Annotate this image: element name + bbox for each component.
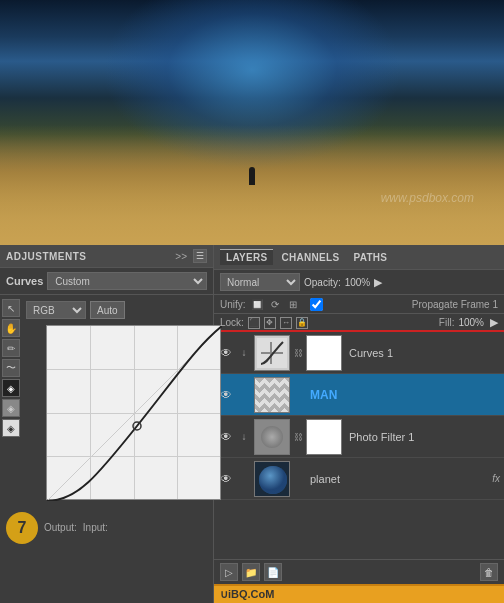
curves-thumb-icon: [257, 338, 287, 368]
tool-btn-pointer[interactable]: ↖: [2, 299, 20, 317]
chain-icon-photofilter: ⛓: [293, 429, 303, 445]
layers-toolbar: ▷ 📁 📄 🗑: [214, 559, 504, 584]
adj-icon-btn-1[interactable]: ☰: [193, 249, 207, 263]
layer-thumb-photofilter: [254, 419, 290, 455]
circle-7: 7: [6, 512, 38, 544]
layer-link-planet: [237, 472, 251, 486]
propagate-label: Propagate Frame 1: [412, 299, 498, 310]
layers-toolbar-new-group[interactable]: 📁: [242, 563, 260, 581]
curves-svg: [47, 326, 222, 501]
chain-icon-planet: [293, 471, 303, 487]
layer-row-curves1[interactable]: 👁 ↓ ⛓ Curves 1: [214, 332, 504, 374]
chain-icon-man: [293, 387, 303, 403]
curves-label: Curves: [6, 275, 43, 287]
channel-select[interactable]: RGB: [26, 301, 86, 319]
uibq-text: ∪iBQ.CoM: [220, 588, 274, 601]
lock-icon-1[interactable]: ⬛: [248, 317, 260, 329]
layer-row-planet[interactable]: 👁 planet fx: [214, 458, 504, 500]
tool-btn-smooth[interactable]: 〜: [2, 359, 20, 377]
input-label: Input:: [83, 522, 108, 533]
bottom-bar: ∪iBQ.CoM: [214, 584, 504, 603]
fill-label: Fill:: [439, 317, 455, 328]
unify-icon-2[interactable]: ⟳: [268, 297, 282, 311]
layer-name-photofilter: Photo Filter 1: [345, 431, 500, 443]
curves-canvas-wrap: [22, 323, 223, 502]
tool-btn-eyedropper-black[interactable]: ◈: [2, 379, 20, 397]
lock-row: Lock: ⬛ ✥ ↔ 🔒 Fill: 100% ▶: [214, 314, 504, 332]
lock-label: Lock:: [220, 317, 244, 328]
lock-icon-4[interactable]: 🔒: [296, 317, 308, 329]
propagate-checkbox[interactable]: [310, 298, 323, 311]
fill-arrow-icon[interactable]: ▶: [490, 316, 498, 329]
tool-btn-eyedropper-gray[interactable]: ◈: [2, 399, 20, 417]
layer-thumb-man: [254, 377, 290, 413]
adjustments-header: ADJUSTMENTS >> ☰: [0, 245, 213, 268]
tool-buttons: ↖ ✋ ✏ 〜 ◈ ◈ ◈: [2, 299, 20, 437]
opacity-arrow-icon[interactable]: ▶: [374, 276, 382, 289]
layer-fx-planet: fx: [492, 473, 500, 484]
layers-toolbar-new-layer[interactable]: 📄: [264, 563, 282, 581]
output-label: Output:: [44, 522, 77, 533]
ground-overlay: [0, 125, 504, 245]
unify-icon-1[interactable]: 🔲: [250, 297, 264, 311]
channel-row: RGB Auto: [22, 299, 223, 321]
layer-thumb-curves1: [254, 335, 290, 371]
layers-toolbar-delete[interactable]: 🗑: [480, 563, 498, 581]
watermark: www.psdbox.com: [381, 191, 474, 205]
unify-label: Unify:: [220, 299, 246, 310]
layer-thumb-planet: [254, 461, 290, 497]
lock-icon-3[interactable]: ↔: [280, 317, 292, 329]
layer-name-planet: planet: [306, 473, 489, 485]
lock-icon-2[interactable]: ✥: [264, 317, 276, 329]
planet-thumb-svg: [255, 462, 290, 497]
layer-row-photofilter[interactable]: 👁 ↓ ⛓ Photo Filter 1: [214, 416, 504, 458]
adjustments-controls: >> ☰: [172, 249, 207, 263]
curves-preset-select[interactable]: Custom: [47, 272, 207, 290]
layers-header: LAYERS CHANNELS PATHS: [214, 245, 504, 270]
layer-link-photofilter: ↓: [237, 430, 251, 444]
svg-point-7: [259, 466, 287, 494]
layer-name-curves1: Curves 1: [345, 347, 500, 359]
layer-mask-curves1: [306, 335, 342, 371]
layer-row-man[interactable]: 👁 MAN: [214, 374, 504, 416]
blend-mode-select[interactable]: Normal: [220, 273, 300, 291]
layer-link-man: [237, 388, 251, 402]
unify-icon-3[interactable]: ⊞: [286, 297, 300, 311]
blend-mode-row: Normal Opacity: 100% ▶: [214, 270, 504, 295]
figure: [249, 167, 255, 185]
layer-mask-photofilter: [306, 419, 342, 455]
tool-btn-pencil[interactable]: ✏: [2, 339, 20, 357]
curves-tools: ↖ ✋ ✏ 〜 ◈ ◈ ◈ RGB Auto: [0, 295, 213, 506]
layers-panel: LAYERS CHANNELS PATHS Normal Opacity: 10…: [214, 245, 504, 603]
auto-button[interactable]: Auto: [90, 301, 125, 319]
curves-row: Curves Custom: [0, 268, 213, 295]
layer-link-curves1: ↓: [237, 346, 251, 360]
tab-channels[interactable]: CHANNELS: [275, 250, 345, 265]
svg-rect-4: [270, 342, 272, 364]
unify-row: Unify: 🔲 ⟳ ⊞ Propagate Frame 1: [214, 295, 504, 314]
photo-area: www.psdbox.com: [0, 0, 504, 245]
adjustments-arrow: >>: [172, 251, 190, 262]
fill-value: 100%: [458, 317, 484, 328]
opacity-value: 100%: [345, 277, 371, 288]
curves-graph: [46, 325, 221, 500]
layers-toolbar-link[interactable]: ▷: [220, 563, 238, 581]
tab-layers[interactable]: LAYERS: [220, 249, 273, 265]
opacity-label: Opacity:: [304, 277, 341, 288]
tool-btn-hand[interactable]: ✋: [2, 319, 20, 337]
bottom-ui: ADJUSTMENTS >> ☰ Curves Custom ↖ ✋ ✏ 〜 ◈…: [0, 245, 504, 603]
layer-name-man: MAN: [306, 388, 500, 402]
chain-icon-curves1: ⛓: [293, 345, 303, 361]
tab-paths[interactable]: PATHS: [347, 250, 393, 265]
adjustments-title: ADJUSTMENTS: [6, 251, 87, 262]
output-input-row: 7 Output: Input:: [0, 506, 213, 548]
adjustments-panel: ADJUSTMENTS >> ☰ Curves Custom ↖ ✋ ✏ 〜 ◈…: [0, 245, 214, 603]
tool-btn-eyedropper-white[interactable]: ◈: [2, 419, 20, 437]
